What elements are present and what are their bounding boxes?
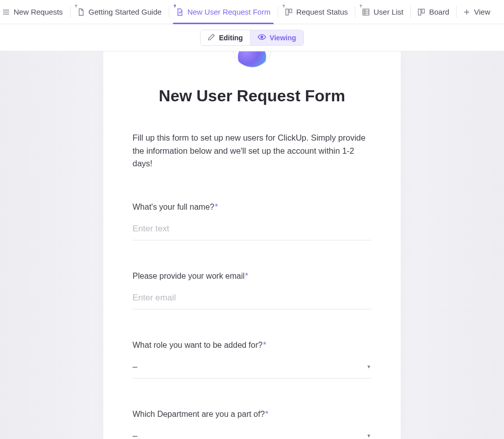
plus-icon bbox=[463, 9, 470, 16]
tab-label: Request Status bbox=[296, 8, 348, 16]
select-value: – bbox=[133, 431, 137, 439]
field-label: What's your full name?* bbox=[133, 203, 371, 212]
tab-add-view[interactable]: View bbox=[456, 0, 497, 24]
kanban-icon bbox=[417, 8, 425, 16]
chevron-down-icon: ▾ bbox=[367, 363, 370, 370]
field-role: What role you want to be added for?* – ▾ bbox=[133, 341, 371, 379]
svg-rect-10 bbox=[422, 9, 424, 13]
required-mark: * bbox=[215, 203, 218, 211]
tab-new-requests[interactable]: New Requests bbox=[0, 0, 70, 24]
required-mark: * bbox=[265, 410, 268, 418]
tab-label: New User Request Form bbox=[187, 8, 271, 16]
tab-label: View bbox=[474, 8, 490, 16]
pencil-icon bbox=[208, 33, 215, 42]
field-work-email: Please provide your work email* bbox=[133, 272, 371, 309]
tab-board[interactable]: Board bbox=[410, 0, 456, 24]
tab-request-status[interactable]: Request Status bbox=[278, 0, 355, 24]
required-mark: * bbox=[263, 341, 266, 349]
svg-rect-4 bbox=[289, 9, 292, 13]
field-label: Please provide your work email* bbox=[133, 272, 371, 281]
eye-icon bbox=[258, 33, 266, 42]
tab-getting-started[interactable]: Getting Started Guide bbox=[70, 0, 169, 24]
svg-rect-9 bbox=[418, 9, 421, 15]
svg-rect-3 bbox=[286, 9, 288, 15]
tab-label: Getting Started Guide bbox=[89, 8, 162, 16]
svg-point-13 bbox=[261, 36, 263, 38]
department-select[interactable]: – ▾ bbox=[133, 426, 371, 439]
tab-new-user-request-form[interactable]: New User Request Form bbox=[169, 0, 278, 24]
field-full-name: What's your full name?* bbox=[133, 203, 371, 240]
doc-icon bbox=[77, 8, 85, 16]
board-icon bbox=[285, 8, 293, 16]
form-description: Fill up this form to set up new users fo… bbox=[133, 132, 371, 170]
svg-rect-5 bbox=[363, 9, 369, 15]
form-title: New User Request Form bbox=[133, 87, 371, 105]
role-select[interactable]: – ▾ bbox=[133, 357, 371, 379]
tab-label: User List bbox=[373, 8, 403, 16]
table-icon bbox=[362, 8, 370, 16]
mode-toggle: Editing Viewing bbox=[200, 30, 303, 46]
field-label: What role you want to be added for?* bbox=[133, 341, 371, 350]
form-card: New User Request Form Fill up this form … bbox=[103, 51, 401, 439]
field-label: Which Department are you a part of?* bbox=[133, 410, 371, 419]
tab-user-list[interactable]: User List bbox=[355, 0, 410, 24]
full-name-input[interactable] bbox=[133, 219, 371, 240]
form-icon bbox=[176, 8, 184, 16]
required-mark: * bbox=[245, 272, 248, 280]
mode-bar: Editing Viewing bbox=[0, 24, 504, 51]
viewing-label: Viewing bbox=[270, 34, 296, 42]
tab-label: Board bbox=[429, 8, 449, 16]
tab-label: New Requests bbox=[14, 8, 63, 16]
form-canvas: New User Request Form Fill up this form … bbox=[0, 51, 504, 439]
work-email-input[interactable] bbox=[133, 288, 371, 309]
field-department: Which Department are you a part of?* – ▾ bbox=[133, 410, 371, 439]
list-icon bbox=[2, 8, 10, 16]
chevron-down-icon: ▾ bbox=[367, 432, 370, 439]
editing-button[interactable]: Editing bbox=[201, 30, 249, 45]
select-value: – bbox=[133, 362, 137, 372]
editing-label: Editing bbox=[219, 34, 242, 42]
view-tabs: New Requests Getting Started Guide New U… bbox=[0, 0, 504, 24]
form-avatar bbox=[133, 51, 371, 86]
viewing-button[interactable]: Viewing bbox=[250, 30, 303, 45]
